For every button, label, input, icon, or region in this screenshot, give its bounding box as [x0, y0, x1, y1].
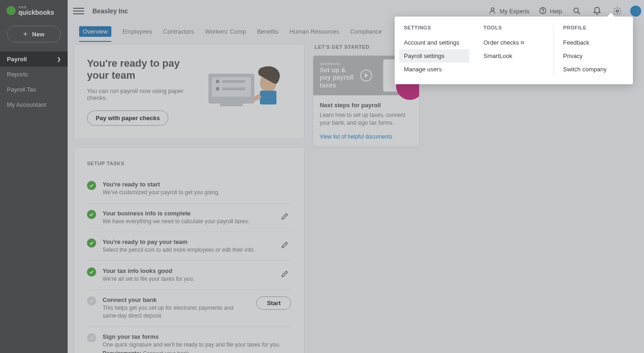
- help-icon: [539, 6, 547, 16]
- hero-illustration: [204, 58, 291, 108]
- task-desc: We have everything we need to calculate …: [103, 218, 272, 226]
- tab-overview[interactable]: Overview: [79, 26, 111, 37]
- sidebar-item-my-accountant[interactable]: My Accountant: [0, 97, 68, 112]
- play-icon: [360, 69, 372, 81]
- svg-point-4: [616, 10, 619, 12]
- sidebar-item-label: Reports: [7, 71, 28, 78]
- my-experts-link[interactable]: My Experts: [489, 6, 529, 16]
- brand-logo[interactable]: intuit quickbooks: [0, 0, 68, 21]
- brand-sub: intuit: [18, 6, 54, 9]
- svg-rect-13: [260, 91, 276, 104]
- task-row: Sign your tax forms One quick signature …: [87, 327, 291, 353]
- setup-tasks-header: SETUP TASKS: [87, 161, 291, 166]
- svg-rect-8: [222, 80, 245, 83]
- sidebar-item-reports[interactable]: Reports: [0, 67, 68, 82]
- pay-paper-checks-button[interactable]: Pay with paper checks: [87, 110, 168, 126]
- sidebar-item-label: My Accountant: [7, 101, 46, 108]
- search-icon[interactable]: [571, 6, 582, 17]
- svg-point-2: [543, 12, 543, 12]
- tab-benefits[interactable]: Benefits: [257, 23, 279, 40]
- video-desc: Learn how to set up taxes, connect your …: [320, 111, 413, 127]
- hero-subtitle: You can run payroll now using paper chec…: [87, 87, 195, 101]
- quickbooks-logo-icon: [6, 6, 16, 15]
- edit-task-button[interactable]: [278, 210, 291, 223]
- external-link-icon: ⧉: [521, 40, 524, 46]
- task-title: Your business info is complete: [103, 210, 272, 217]
- start-task-button[interactable]: Start: [256, 296, 291, 310]
- tab-compliance[interactable]: Compliance: [350, 23, 382, 40]
- hero-card: You're ready to pay your team You can ru…: [74, 44, 305, 139]
- task-requirements: Requirements: Connect your bank: [103, 350, 291, 353]
- check-done-icon: [87, 210, 96, 219]
- setup-tasks-card: SETUP TASKS You're ready to start We've …: [74, 147, 305, 353]
- popover-item-payroll-settings[interactable]: Payroll settings: [399, 49, 469, 63]
- video-title: Next steps for payroll: [320, 102, 413, 109]
- expert-icon: [489, 6, 497, 16]
- popover-col-header: SETTINGS: [404, 25, 465, 30]
- edit-task-button[interactable]: [278, 238, 291, 251]
- task-title: You're ready to pay your team: [103, 238, 272, 245]
- task-desc: One quick signature and we'll be ready t…: [103, 341, 291, 349]
- new-button[interactable]: + New: [7, 26, 61, 42]
- task-row: You're ready to pay your team Select the…: [87, 232, 291, 261]
- task-title: You're ready to start: [103, 181, 291, 188]
- main-content: You're ready to pay your team You can ru…: [74, 44, 638, 353]
- help-link[interactable]: Help: [539, 6, 562, 16]
- task-row: Connect your bank This helps get you set…: [87, 290, 291, 327]
- task-title: Connect your bank: [103, 296, 250, 303]
- sidebar-item-label: Payroll Tax: [7, 86, 36, 93]
- hero-title: You're ready to pay your team: [87, 58, 195, 82]
- sidebar-item-label: Payroll: [7, 56, 27, 63]
- task-title: Sign your tax forms: [103, 333, 291, 340]
- task-desc: Select the pencil icon to add more emplo…: [103, 246, 272, 254]
- tab-employees[interactable]: Employees: [122, 23, 152, 40]
- check-done-icon: [87, 238, 96, 248]
- task-row: Your business info is complete We have e…: [87, 203, 291, 232]
- brand-main: quickbooks: [18, 9, 54, 16]
- svg-rect-10: [222, 87, 245, 90]
- chevron-right-icon: ❯: [57, 57, 61, 62]
- popover-item-order-checks[interactable]: Order checks ⧉: [479, 36, 549, 49]
- task-desc: This helps get you set up for electronic…: [103, 304, 250, 320]
- popover-item-account-settings[interactable]: Account and settings: [399, 36, 469, 49]
- check-todo-icon: [87, 333, 96, 342]
- bell-icon[interactable]: [592, 6, 603, 17]
- plus-icon: +: [23, 30, 27, 38]
- popover-item-privacy[interactable]: Privacy: [558, 49, 628, 63]
- svg-point-7: [216, 80, 219, 83]
- popover-item-feedback[interactable]: Feedback: [558, 36, 628, 49]
- svg-rect-11: [220, 104, 243, 106]
- helpful-documents-link[interactable]: View list of helpful documents: [320, 133, 413, 140]
- popover-item-switch-company[interactable]: Switch company: [558, 63, 628, 76]
- sidebar-item-payroll-tax[interactable]: Payroll Tax: [0, 82, 68, 97]
- popover-item-manage-users[interactable]: Manage users: [399, 63, 469, 76]
- hamburger-menu-icon[interactable]: [73, 6, 84, 17]
- edit-task-button[interactable]: [278, 267, 291, 280]
- task-title: Your tax info looks good: [103, 267, 272, 274]
- company-name[interactable]: Beasley Inc: [92, 7, 128, 15]
- settings-popover: SETTINGS Account and settings Payroll se…: [395, 17, 633, 84]
- tab-human-resources[interactable]: Human Resources: [290, 23, 339, 40]
- check-todo-icon: [87, 296, 96, 306]
- svg-point-9: [216, 87, 219, 91]
- svg-point-3: [574, 8, 578, 12]
- new-button-label: New: [32, 31, 45, 38]
- left-sidebar: intuit quickbooks + New Payroll ❯ Report…: [0, 0, 68, 353]
- popover-col-header: PROFILE: [563, 25, 624, 30]
- task-desc: We're all set to file your taxes for you…: [103, 275, 272, 283]
- check-done-icon: [87, 181, 96, 190]
- popover-col-header: TOOLS: [483, 25, 544, 30]
- task-row: You're ready to start We've customized y…: [87, 174, 291, 203]
- popover-item-smartlook[interactable]: SmartLook: [479, 49, 549, 63]
- task-row: Your tax info looks good We're all set t…: [87, 261, 291, 290]
- check-done-icon: [87, 267, 96, 277]
- svg-point-0: [491, 8, 494, 11]
- tab-workers-comp[interactable]: Workers' Comp: [205, 23, 246, 40]
- tab-contractors[interactable]: Contractors: [163, 23, 194, 40]
- sidebar-item-payroll[interactable]: Payroll ❯: [0, 52, 68, 67]
- task-desc: We've customized your payroll to get you…: [103, 189, 291, 197]
- user-avatar[interactable]: [630, 6, 641, 17]
